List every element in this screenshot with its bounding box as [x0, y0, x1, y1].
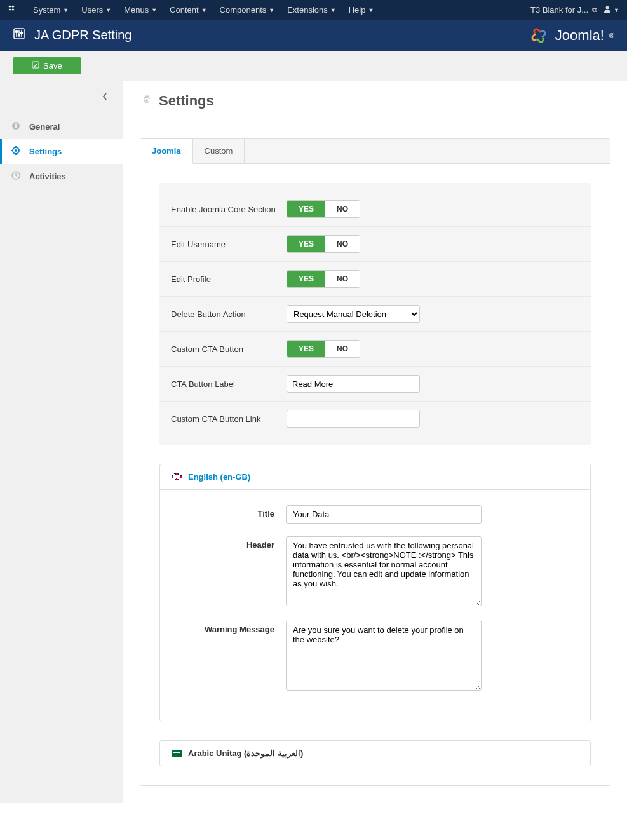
sidebar-item-label: Settings: [29, 147, 62, 156]
sidebar-item-general[interactable]: General: [0, 114, 123, 139]
flag-ar-icon: [172, 750, 182, 757]
toolbar: Save: [0, 51, 627, 81]
menu-system[interactable]: System▼: [27, 1, 75, 19]
sidebar-item-settings[interactable]: Settings: [0, 139, 123, 164]
caret-down-icon: ▼: [614, 7, 619, 13]
header-textarea[interactable]: You have entrusted us with the following…: [286, 536, 482, 606]
core-settings-panel: Enable Joomla Core Section YES NO Edit U…: [159, 183, 591, 445]
enable-core-label: Enable Joomla Core Section: [171, 205, 287, 214]
caret-down-icon: ▼: [330, 7, 336, 13]
title-input[interactable]: [286, 505, 482, 524]
svg-rect-10: [15, 125, 17, 128]
caret-down-icon: ▼: [368, 7, 374, 13]
header-bar: JA GDPR Setting Joomla!®: [0, 20, 627, 51]
lang-panel-en: English (en-GB) Title Header You have en…: [159, 464, 591, 721]
sidebar-item-activities[interactable]: Activities: [0, 164, 123, 189]
toggle-no[interactable]: NO: [325, 341, 360, 357]
tab-custom[interactable]: Custom: [193, 139, 245, 163]
enable-core-toggle[interactable]: YES NO: [287, 200, 360, 218]
toggle-no[interactable]: NO: [325, 201, 360, 217]
warning-textarea[interactable]: Are you sure you want to delete your pro…: [286, 621, 482, 691]
custom-cta-label: Custom CTA Button: [171, 344, 287, 354]
toggle-yes[interactable]: YES: [287, 236, 325, 252]
top-navigation: System▼ Users▼ Menus▼ Content▼ Component…: [0, 0, 627, 20]
site-link[interactable]: T3 Blank for J... ⧉: [530, 5, 597, 15]
svg-point-0: [606, 6, 609, 10]
settings-tabs: Joomla Custom Enable Joomla Core Section…: [140, 138, 610, 786]
menu-extensions[interactable]: Extensions▼: [281, 1, 342, 19]
edit-profile-label: Edit Profile: [171, 274, 287, 284]
lang-header-ar[interactable]: Arabic Unitag (العربية الموحدة): [160, 741, 590, 766]
caret-down-icon: ▼: [63, 7, 69, 13]
edit-username-toggle[interactable]: YES NO: [287, 235, 360, 253]
toggle-no[interactable]: NO: [325, 271, 360, 287]
svg-point-6: [18, 34, 20, 36]
caret-down-icon: ▼: [201, 7, 207, 13]
lang-header-en[interactable]: English (en-GB): [160, 464, 590, 490]
warning-label: Warning Message: [172, 621, 286, 693]
cta-label-input[interactable]: [287, 375, 420, 393]
save-button[interactable]: Save: [13, 57, 81, 74]
chevron-left-icon: [102, 93, 107, 102]
cta-link-label: Custom CTA Button Link: [171, 414, 287, 424]
lang-panel-ar: Arabic Unitag (العربية الموحدة): [159, 740, 591, 766]
menu-components[interactable]: Components▼: [213, 1, 281, 19]
cta-link-input[interactable]: [287, 410, 420, 428]
toggle-yes[interactable]: YES: [287, 201, 325, 217]
caret-down-icon: ▼: [105, 7, 111, 13]
user-icon: [603, 5, 611, 15]
gear-icon: [141, 95, 152, 108]
menu-content[interactable]: Content▼: [163, 1, 213, 19]
sidebar-item-label: General: [29, 122, 60, 132]
svg-point-13: [15, 149, 17, 152]
sidebar-collapse-button[interactable]: [86, 81, 123, 114]
top-menu: System▼ Users▼ Menus▼ Content▼ Component…: [27, 1, 530, 19]
caret-down-icon: ▼: [151, 7, 157, 13]
pencil-icon: [32, 61, 39, 71]
sidebar: General Settings Activities: [0, 81, 123, 803]
caret-down-icon: ▼: [269, 7, 274, 13]
user-menu[interactable]: ▼: [603, 5, 619, 15]
menu-menus[interactable]: Menus▼: [118, 1, 163, 19]
svg-point-11: [15, 123, 17, 125]
delete-action-select[interactable]: Request Manual Deletion: [287, 305, 420, 323]
flag-gb-icon: [172, 473, 182, 480]
joomla-icon[interactable]: [8, 4, 18, 16]
title-label: Title: [172, 505, 286, 524]
sidebar-item-label: Activities: [29, 172, 66, 181]
gear-icon: [11, 146, 20, 157]
joomla-logo: Joomla!®: [527, 24, 614, 47]
custom-cta-toggle[interactable]: YES NO: [287, 340, 360, 358]
svg-point-7: [21, 32, 23, 34]
clock-icon: [11, 171, 20, 182]
edit-profile-toggle[interactable]: YES NO: [287, 270, 360, 288]
toggle-yes[interactable]: YES: [287, 341, 325, 357]
tab-joomla[interactable]: Joomla: [140, 139, 193, 164]
edit-username-label: Edit Username: [171, 240, 287, 249]
content-header: Settings: [123, 81, 627, 121]
equalizer-icon: [13, 27, 25, 43]
external-link-icon: ⧉: [592, 6, 597, 14]
header-label: Header: [172, 536, 286, 608]
menu-help[interactable]: Help▼: [342, 1, 381, 19]
cta-label-label: CTA Button Label: [171, 379, 287, 389]
menu-users[interactable]: Users▼: [75, 1, 118, 19]
delete-action-label: Delete Button Action: [171, 309, 287, 319]
svg-point-5: [16, 31, 18, 33]
content-title: Settings: [159, 93, 214, 109]
info-icon: [11, 121, 20, 132]
page-title: JA GDPR Setting: [34, 28, 131, 43]
toggle-yes[interactable]: YES: [287, 271, 325, 287]
toggle-no[interactable]: NO: [325, 236, 360, 252]
